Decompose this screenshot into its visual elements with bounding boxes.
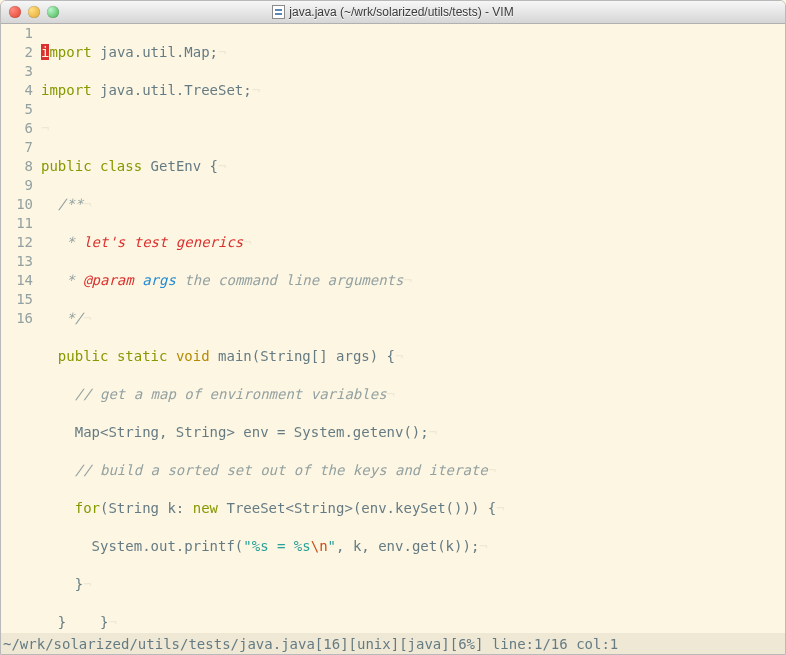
line-number: 10 [1,195,33,214]
line-number: 4 [1,81,33,100]
line-number: 5 [1,100,33,119]
code-line: ¬ [41,119,785,138]
line-number: 2 [1,43,33,62]
code-line: Map<String, String> env = System.getenv(… [41,423,785,442]
window-title: java.java (~/wrk/solarized/utils/tests) … [1,5,785,19]
line-number-gutter: 1 2 3 4 5 6 7 8 9 10 11 12 13 14 15 16 [1,24,39,633]
code-line: public static void main(String[] args) {… [41,347,785,366]
code-area[interactable]: import java.util.Map;¬ import java.util.… [39,24,785,633]
line-number: 12 [1,233,33,252]
line-number: 11 [1,214,33,233]
code-line: }¬ [41,575,785,594]
code-line: } }¬ [41,613,785,632]
line-number: 1 [1,24,33,43]
line-number: 8 [1,157,33,176]
vim-window: java.java (~/wrk/solarized/utils/tests) … [0,0,786,655]
line-number: 13 [1,252,33,271]
status-bar: ~/wrk/solarized/utils/tests/java.java[16… [1,633,785,654]
line-number: 9 [1,176,33,195]
code-line: import java.util.TreeSet;¬ [41,81,785,100]
code-line: import java.util.Map;¬ [41,43,785,62]
line-number: 14 [1,271,33,290]
code-line: System.out.printf("%s = %s\n", k, env.ge… [41,537,785,556]
code-line: // build a sorted set out of the keys an… [41,461,785,480]
code-line: public class GetEnv {¬ [41,157,785,176]
line-number: 3 [1,62,33,81]
status-text: ~/wrk/solarized/utils/tests/java.java[16… [3,636,618,652]
code-line: // get a map of environment variables¬ [41,385,785,404]
titlebar[interactable]: java.java (~/wrk/solarized/utils/tests) … [1,1,785,24]
close-icon[interactable] [9,6,21,18]
line-number: 7 [1,138,33,157]
window-title-text: java.java (~/wrk/solarized/utils/tests) … [289,5,513,19]
line-number: 6 [1,119,33,138]
line-number: 15 [1,290,33,309]
line-number: 16 [1,309,33,328]
code-line: * let's test generics¬ [41,233,785,252]
code-line: * @param args the command line arguments… [41,271,785,290]
code-line: /**¬ [41,195,785,214]
minimize-icon[interactable] [28,6,40,18]
zoom-icon[interactable] [47,6,59,18]
window-controls [1,6,59,18]
code-line: */¬ [41,309,785,328]
editor[interactable]: 1 2 3 4 5 6 7 8 9 10 11 12 13 14 15 16 i… [1,24,785,633]
code-line: for(String k: new TreeSet<String>(env.ke… [41,499,785,518]
document-icon [272,5,285,19]
